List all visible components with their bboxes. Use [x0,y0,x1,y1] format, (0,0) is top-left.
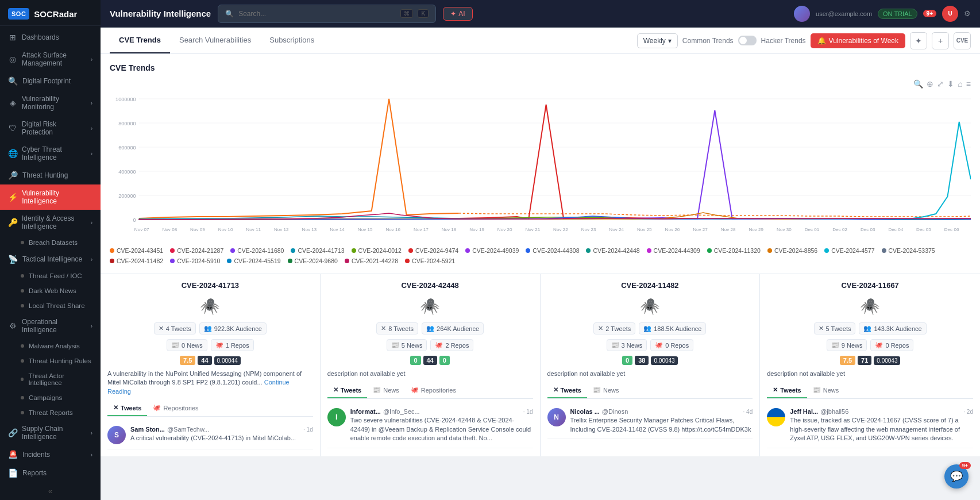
sidebar-item-digital-footprint[interactable]: 🔍 Digital Footprint [0,72,101,90]
hacker-trends-label: Hacker Trends [761,37,806,45]
repos-count: 🐙2 Repos [430,339,473,351]
settings-icon[interactable]: ⚙ [964,9,971,18]
svg-text:Nov 15: Nov 15 [358,227,373,232]
vulnerabilities-of-week-button[interactable]: 🔔 Vulnerabilities of Week [811,33,905,48]
bug-icon: 🕷️ [327,297,533,316]
sidebar-item-identity-access[interactable]: 🔑 Identity & Access Intelligence › [0,210,101,235]
trial-status-badge: ON TRIAL [878,9,917,19]
card-tab-news[interactable]: 📰News [367,383,405,398]
sidebar-item-vulnerability-intelligence[interactable]: ⚡ Vulnerability Intelligence [0,184,101,210]
profile-avatar[interactable]: U [942,6,958,22]
sidebar-item-threat-hunting[interactable]: 🔎 Threat Hunting [0,166,101,184]
sidebar-subitem-breach-datasets[interactable]: Breach Datasets [0,235,101,250]
news-count: 📰5 News [387,339,427,351]
sidebar-subitem-threat-reports[interactable]: Threat Reports [0,405,101,420]
chat-bubble[interactable]: 💬 9+ [944,464,969,489]
period-selector[interactable]: Weekly ▾ [637,33,678,48]
legend-item: CVE-2024-43451 [110,247,163,254]
zoom-in-icon[interactable]: ⊕ [927,79,933,89]
username: user@example.com [816,10,872,17]
zoom-fit-icon[interactable]: ⤢ [937,79,944,89]
score-badges: 0 38 0.00043 [547,356,753,365]
tweet-handle: @Dinosn [602,408,628,415]
cvss-score: 7.5 [840,356,855,365]
sidebar-item-label: Vulnerability Intelligence [22,189,92,205]
menu-icon[interactable]: ≡ [966,79,971,89]
tweet-count: ✕4 Tweets [154,322,196,334]
card-tab-news[interactable]: 📰News [587,383,625,398]
stats-row-news: 📰0 News 🐙1 Repos [107,339,313,351]
sidebar-item-reports[interactable]: 📄 Reports [0,464,101,482]
dot-icon [21,411,24,414]
cve-card: CVE-2024-11667 🕷️ ✕5 Tweets 👥143.3K Audi… [760,274,980,456]
chart-legend: CVE-2024-43451CVE-2024-21287CVE-2024-116… [110,247,971,264]
card-tab-repositories[interactable]: 🐙Repositories [147,401,204,416]
svg-text:Nov 12: Nov 12 [274,227,289,232]
sidebar-subitem-malware[interactable]: Malware Analysis [0,339,101,353]
tab-search-vulnerabilities[interactable]: Search Vulnerabilities [170,28,260,53]
chevron-icon: › [91,56,92,63]
zoom-out-icon[interactable]: 🔍 [913,79,923,89]
sidebar-item-digital-risk-protection[interactable]: 🛡 Digital Risk Protection › [0,116,101,141]
kev-score: 0.00043 [651,356,677,365]
sidebar-item-incidents[interactable]: 🚨 Incidents › [0,445,101,464]
collapse-button[interactable]: « [0,482,101,500]
search-input[interactable] [238,10,396,18]
sidebar-item-attack-surface[interactable]: ◎ Attack Surface Management › [0,47,101,72]
sidebar-item-vulnerability-monitoring[interactable]: ◈ Vulnerability Monitoring › [0,90,101,116]
tweet-username: Nicolas ... [570,408,600,415]
cve-icon-button[interactable]: CVE [954,32,971,49]
svg-text:Nov 13: Nov 13 [302,227,317,232]
ai-button[interactable]: ✦ AI [443,7,472,21]
sidebar-subitem-threat-feed[interactable]: Threat Feed / IOC [0,268,101,283]
card-tab-tweets[interactable]: ✕Tweets [547,383,587,398]
home-icon[interactable]: ⌂ [958,79,962,89]
tab-subscriptions[interactable]: Subscriptions [260,28,323,53]
card-tab-tweets[interactable]: ✕Tweets [107,401,147,416]
card-tab-tweets[interactable]: ✕Tweets [767,383,807,398]
sun-icon-button[interactable]: ✦ [910,32,927,49]
sidebar-item-tactical-intelligence[interactable]: 📡 Tactical Intelligence › [0,250,101,268]
sidebar-item-label: Operational Intelligence [22,318,86,334]
sidebar-subitem-label: Threat Reports [29,409,73,416]
add-icon-button[interactable]: + [932,32,949,49]
epss-score: 38 [635,356,649,365]
tweet-count: ✕5 Tweets [814,322,856,334]
sidebar-item-label: Supply Chain Intelligence [22,425,86,441]
repos-count: 🐙0 Repos [870,339,913,351]
notification-count[interactable]: 9+ [923,10,936,17]
sidebar-item-operational-intelligence[interactable]: ⚙ Operational Intelligence › [0,313,101,339]
download-icon[interactable]: ⬇ [947,79,954,89]
sidebar-subitem-campaigns[interactable]: Campaigns [0,390,101,405]
sidebar-subitem-label: Dark Web News [29,287,76,294]
bug-icon: 🕷️ [547,297,753,316]
svg-text:Nov 29: Nov 29 [748,227,763,232]
cve-description: A vulnerability in the NuPoint Unified M… [107,370,313,396]
chart-toolbar: 🔍 ⊕ ⤢ ⬇ ⌂ ≡ [110,79,971,89]
sidebar-item-supply-chain[interactable]: 🔗 Supply Chain Intelligence › [0,420,101,445]
card-tab-repositories[interactable]: 🐙Repositories [405,383,462,398]
sidebar-subitem-dark-web[interactable]: Dark Web News [0,283,101,298]
card-tab-news[interactable]: 📰News [807,383,845,398]
tab-cve-trends[interactable]: CVE Trends [110,28,170,53]
sidebar-item-dashboards[interactable]: ⊞ Dashboards [0,28,101,47]
search-icon: 🔍 [225,10,234,18]
operational-icon: ⚙ [8,321,17,330]
chevron-icon: › [91,323,92,329]
sidebar-item-cyber-threat-intelligence[interactable]: 🌐 Cyber Threat Intelligence › [0,141,101,166]
tweet-time: · 1d [523,409,533,415]
legend-item: CVE-2024-4577 [824,247,874,254]
search-bar[interactable]: 🔍 ⌘ K [218,5,436,23]
tweet-avatar: S [107,426,126,444]
sidebar-subitem-threat-hunting-rules[interactable]: Threat Hunting Rules [0,353,101,368]
threat-hunting-icon: 🔎 [8,171,18,180]
svg-text:1000000: 1000000 [115,97,136,102]
sidebar-subitem-threat-actor[interactable]: Threat Actor Intelligence [0,368,101,390]
card-tab-tweets[interactable]: ✕Tweets [327,383,367,398]
sidebar-subitem-local-threat[interactable]: Local Threat Share [0,298,101,313]
svg-text:Nov 08: Nov 08 [162,227,177,232]
supply-chain-icon: 🔗 [8,428,17,437]
epss-score: 44 [423,356,437,365]
continue-reading-link[interactable]: Continue Reading [107,379,290,394]
hacker-trends-toggle[interactable] [738,36,757,45]
